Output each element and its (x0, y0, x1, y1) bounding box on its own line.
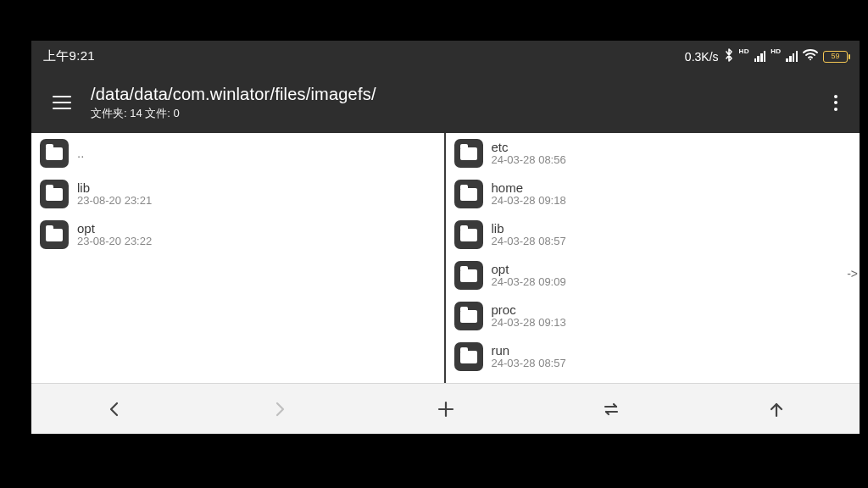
back-button[interactable] (31, 384, 197, 434)
hd-label-1: HD (739, 47, 749, 55)
up-button[interactable] (694, 384, 860, 434)
item-date: 24-03-28 08:57 (492, 358, 566, 370)
item-date: 24-03-28 09:18 (492, 195, 566, 208)
item-name: opt (492, 262, 566, 276)
list-item[interactable]: proc24-03-28 09:13 (446, 296, 860, 336)
folder-summary: 文件夹: 14 文件: 0 (91, 106, 819, 121)
item-name: home (492, 180, 566, 195)
item-name: run (492, 343, 566, 358)
item-date: 24-03-28 09:13 (492, 317, 566, 330)
item-date: 23-08-20 23:22 (77, 236, 152, 248)
dual-pane-area: ..lib23-08-20 23:21opt23-08-20 23:22 etc… (31, 133, 860, 383)
list-item[interactable]: opt24-03-28 09:09 (446, 255, 860, 296)
list-item-text: .. (77, 146, 84, 160)
appbar-title-area[interactable]: /data/data/com.winlator/files/imagefs/ 文… (91, 84, 819, 121)
folder-icon (454, 139, 483, 168)
folder-icon (454, 180, 483, 208)
right-pane[interactable]: etc24-03-28 08:56home24-03-28 09:18lib24… (446, 133, 860, 383)
folder-icon (454, 342, 483, 371)
list-item[interactable]: home24-03-28 09:18 (446, 174, 860, 214)
folder-icon (40, 220, 69, 249)
list-item[interactable]: lib23-08-20 23:21 (31, 174, 444, 214)
hamburger-icon (53, 96, 71, 109)
folder-icon (454, 302, 483, 330)
item-name: lib (492, 221, 566, 236)
signal-icon-1 (754, 51, 766, 62)
folder-icon (454, 220, 483, 249)
item-name: opt (77, 221, 152, 236)
app-bar: /data/data/com.winlator/files/imagefs/ 文… (31, 72, 860, 133)
list-item-text: lib24-03-28 08:57 (492, 221, 566, 249)
list-item[interactable]: lib24-03-28 08:57 (446, 214, 860, 255)
hd-label-2: HD (771, 47, 781, 55)
left-pane[interactable]: ..lib23-08-20 23:21opt23-08-20 23:22 (31, 133, 446, 383)
list-item[interactable]: .. (31, 133, 444, 174)
battery-level: 59 (831, 53, 839, 60)
item-name: etc (492, 140, 566, 154)
folder-icon (40, 139, 69, 168)
folder-icon (454, 261, 483, 290)
item-date: 24-03-28 08:57 (492, 236, 566, 248)
item-date: 24-03-28 08:56 (492, 154, 566, 167)
transfer-button[interactable] (528, 384, 693, 434)
list-item[interactable]: etc24-03-28 08:56 (446, 133, 860, 174)
item-date: 24-03-28 09:09 (492, 276, 566, 289)
item-name: lib (77, 180, 152, 195)
signal-icon-2 (786, 51, 798, 62)
network-speed: 0.3K/s (685, 50, 719, 64)
bluetooth-icon (724, 48, 734, 64)
list-item-text: opt24-03-28 09:09 (492, 262, 566, 290)
list-item-text: lib23-08-20 23:21 (77, 180, 152, 208)
list-item-text: opt23-08-20 23:22 (77, 221, 152, 249)
list-item-text: run24-03-28 08:57 (492, 343, 566, 371)
battery-icon: 59 (823, 51, 848, 63)
status-right-cluster: 0.3K/s HD HD 59 (685, 48, 848, 64)
screen: 上午9:21 0.3K/s HD HD 59 (31, 41, 860, 434)
forward-button[interactable] (197, 384, 362, 434)
list-item[interactable]: run24-03-28 08:57 (446, 336, 860, 377)
bottom-toolbar (31, 383, 860, 434)
status-time: 上午9:21 (43, 48, 95, 64)
list-item-text: home24-03-28 09:18 (492, 180, 566, 208)
add-button[interactable] (363, 384, 528, 434)
item-date: 23-08-20 23:21 (77, 195, 152, 208)
list-item[interactable]: opt23-08-20 23:22 (31, 214, 444, 255)
item-name: .. (77, 146, 84, 160)
current-path: /data/data/com.winlator/files/imagefs/ (91, 84, 819, 104)
overflow-menu-button[interactable] (819, 86, 853, 119)
wifi-icon (803, 49, 818, 64)
folder-icon (40, 180, 69, 208)
list-item-text: proc24-03-28 09:13 (492, 302, 566, 330)
list-item-text: etc24-03-28 08:56 (492, 140, 566, 168)
status-bar: 上午9:21 0.3K/s HD HD 59 (31, 41, 860, 72)
menu-button[interactable] (45, 86, 79, 119)
item-name: proc (492, 302, 566, 317)
svg-point-0 (810, 58, 811, 60)
